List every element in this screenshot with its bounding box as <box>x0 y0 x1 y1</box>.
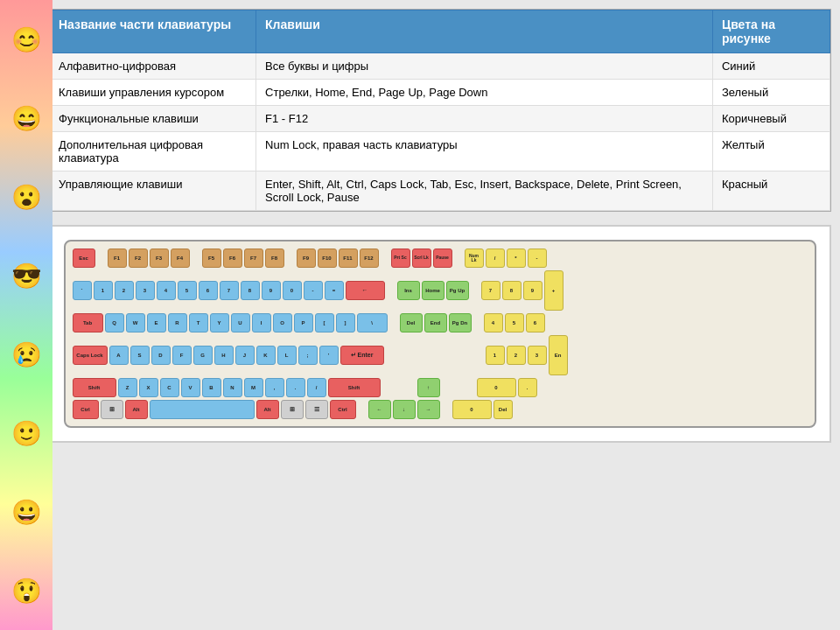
key-prtsc[interactable]: Prt Sc <box>391 248 410 268</box>
key-insert[interactable]: Ins <box>397 281 420 300</box>
key-t[interactable]: T <box>189 313 208 332</box>
key-right[interactable]: → <box>417 400 440 419</box>
key-tab[interactable]: Tab <box>73 313 103 332</box>
key-v[interactable]: V <box>181 378 200 397</box>
key-3[interactable]: 3 <box>136 281 155 300</box>
key-up[interactable]: ↑ <box>417 378 440 397</box>
key-rctrl[interactable]: Ctrl <box>330 400 356 419</box>
key-lbracket[interactable]: [ <box>315 313 334 332</box>
key-5[interactable]: 5 <box>178 281 197 300</box>
key-comma[interactable]: , <box>265 378 284 397</box>
key-2[interactable]: 2 <box>115 281 134 300</box>
key-numdel[interactable]: Del <box>494 400 513 419</box>
key-m[interactable]: M <box>244 378 263 397</box>
key-minus[interactable]: - <box>304 281 323 300</box>
key-b[interactable]: B <box>202 378 221 397</box>
key-r[interactable]: R <box>168 313 187 332</box>
key-u[interactable]: U <box>231 313 250 332</box>
key-q[interactable]: Q <box>105 313 124 332</box>
key-esc[interactable]: Esc <box>73 248 95 268</box>
key-f10[interactable]: F10 <box>318 248 337 268</box>
key-num6[interactable]: 6 <box>526 313 545 332</box>
key-7[interactable]: 7 <box>220 281 239 300</box>
key-numadd[interactable]: + <box>544 270 564 311</box>
key-y[interactable]: Y <box>210 313 229 332</box>
key-f8[interactable]: F8 <box>265 248 284 268</box>
key-num8[interactable]: 8 <box>502 281 522 300</box>
key-o[interactable]: O <box>273 313 292 332</box>
key-backspace[interactable]: ← <box>346 281 385 300</box>
key-scroll[interactable]: Scrl Lk <box>412 248 431 268</box>
key-num1[interactable]: 1 <box>486 346 505 365</box>
key-quote[interactable]: ' <box>319 346 339 365</box>
key-pgup[interactable]: Pg Up <box>446 281 469 300</box>
key-e[interactable]: E <box>147 313 166 332</box>
key-num7[interactable]: 7 <box>481 281 500 300</box>
key-numdot[interactable]: . <box>518 378 537 397</box>
key-numdiv[interactable]: / <box>486 248 505 268</box>
key-num5[interactable]: 5 <box>505 313 524 332</box>
key-8[interactable]: 8 <box>241 281 260 300</box>
key-home[interactable]: Home <box>422 281 444 300</box>
key-rbracket[interactable]: ] <box>336 313 355 332</box>
key-num4[interactable]: 4 <box>484 313 503 332</box>
key-f11[interactable]: F11 <box>339 248 358 268</box>
key-space[interactable] <box>150 400 255 419</box>
key-9[interactable]: 9 <box>262 281 281 300</box>
key-backslash[interactable]: \ <box>357 313 388 332</box>
key-slash[interactable]: / <box>307 378 326 397</box>
key-l[interactable]: L <box>277 346 297 365</box>
key-f2[interactable]: F2 <box>129 248 148 268</box>
key-equals[interactable]: = <box>325 281 344 300</box>
key-0[interactable]: 0 <box>283 281 302 300</box>
key-x[interactable]: X <box>139 378 158 397</box>
key-k[interactable]: K <box>256 346 276 365</box>
key-f4[interactable]: F4 <box>171 248 190 268</box>
key-rwin[interactable]: ⊞ <box>281 400 304 419</box>
key-period[interactable]: . <box>286 378 305 397</box>
key-f5[interactable]: F5 <box>202 248 221 268</box>
key-capslock[interactable]: Caps Lock <box>73 346 108 365</box>
key-num0[interactable]: 0 <box>477 378 516 397</box>
key-f12[interactable]: F12 <box>360 248 379 268</box>
key-g[interactable]: G <box>193 346 213 365</box>
key-backtick[interactable]: ` <box>73 281 92 300</box>
key-p[interactable]: P <box>294 313 313 332</box>
key-4[interactable]: 4 <box>157 281 176 300</box>
key-pgdn[interactable]: Pg Dn <box>449 313 472 332</box>
key-f9[interactable]: F9 <box>297 248 316 268</box>
key-numlock[interactable]: Num Lk <box>465 248 484 268</box>
key-h[interactable]: H <box>214 346 234 365</box>
key-semicolon[interactable]: ; <box>298 346 318 365</box>
key-enter[interactable]: ↵ Enter <box>340 346 384 365</box>
key-i[interactable]: I <box>252 313 271 332</box>
key-f6[interactable]: F6 <box>223 248 242 268</box>
key-menu[interactable]: ☰ <box>305 400 328 419</box>
key-c[interactable]: C <box>160 378 179 397</box>
key-f1[interactable]: F1 <box>108 248 127 268</box>
key-s[interactable]: S <box>130 346 150 365</box>
key-pause[interactable]: Pause <box>433 248 452 268</box>
key-n[interactable]: N <box>223 378 242 397</box>
key-6[interactable]: 6 <box>199 281 218 300</box>
key-ralt[interactable]: Alt <box>256 400 279 419</box>
key-num3[interactable]: 3 <box>528 346 547 365</box>
key-rshift[interactable]: Shift <box>328 378 381 397</box>
key-f7[interactable]: F7 <box>244 248 263 268</box>
key-delete[interactable]: Del <box>400 313 423 332</box>
key-lshift[interactable]: Shift <box>73 378 116 397</box>
key-down[interactable]: ↓ <box>393 400 416 419</box>
key-z[interactable]: Z <box>118 378 137 397</box>
key-d[interactable]: D <box>151 346 171 365</box>
key-f[interactable]: F <box>172 346 192 365</box>
key-num00[interactable]: 0 <box>452 400 492 419</box>
key-a[interactable]: A <box>109 346 129 365</box>
key-numenter[interactable]: En <box>549 335 568 375</box>
key-lwin[interactable]: ⊞ <box>101 400 123 419</box>
key-j[interactable]: J <box>235 346 255 365</box>
key-num2[interactable]: 2 <box>507 346 526 365</box>
key-nummul[interactable]: * <box>507 248 526 268</box>
key-1[interactable]: 1 <box>94 281 113 300</box>
key-end[interactable]: End <box>424 313 447 332</box>
key-lctrl[interactable]: Ctrl <box>73 400 99 419</box>
